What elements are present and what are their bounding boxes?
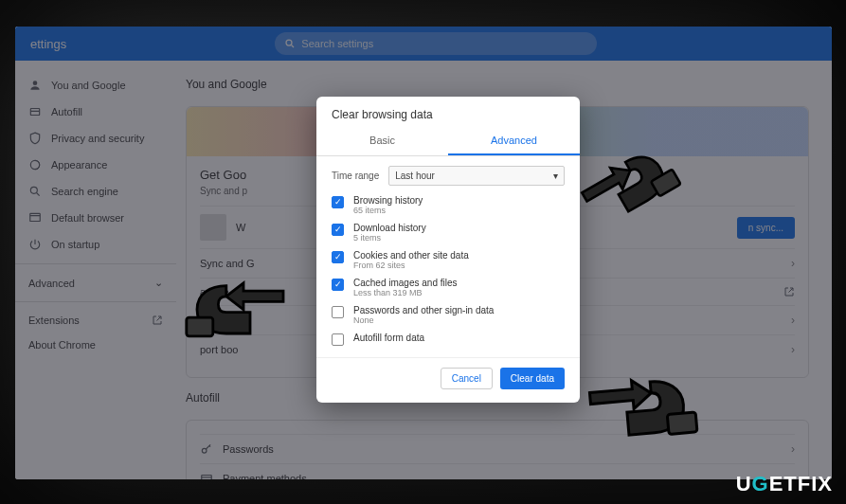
chevron-right-icon: ›	[791, 442, 795, 456]
top-bar: ettings Search settings	[15, 27, 832, 61]
svg-point-0	[286, 40, 292, 45]
sidebar-item-you-and-google[interactable]: You and Google	[15, 72, 176, 99]
chrome-name-label: hrome nar	[200, 315, 247, 326]
clear-data-button[interactable]: Clear data	[500, 368, 565, 389]
checkbox[interactable]: ✓	[332, 279, 344, 291]
sidebar-label: On startup	[51, 239, 99, 250]
card-icon	[200, 472, 213, 479]
time-range-label: Time range	[332, 171, 379, 181]
dialog-body: Time range Last hour ▾ ✓Browsing history…	[316, 156, 580, 357]
sidebar-label: Appearance	[51, 159, 107, 171]
checkbox-text: Browsing history65 items	[353, 195, 565, 215]
search-settings-input[interactable]: Search settings	[275, 32, 597, 55]
clear-browsing-data-dialog: Clear browsing data Basic Advanced Time …	[316, 97, 580, 403]
checkbox-label: Autofill form data	[353, 333, 565, 343]
checkbox-text: Cookies and other site dataFrom 62 sites	[353, 250, 565, 270]
external-link-icon	[152, 315, 163, 326]
checkbox-row: ✓Cached images and filesLess than 319 MB	[332, 278, 565, 297]
sidebar-label: Search engine	[51, 186, 118, 197]
chevron-right-icon: ›	[791, 314, 795, 327]
manage-label: anage yo	[200, 286, 243, 297]
checkbox-row: Autofill form data	[332, 333, 565, 346]
row-label: Passwords	[223, 443, 274, 455]
person-icon	[28, 79, 42, 92]
settings-title: ettings	[30, 37, 66, 51]
watermark-g: G	[752, 472, 769, 495]
checkbox-label: Browsing history	[353, 195, 565, 206]
section-title-you-google: You and Google	[186, 78, 832, 91]
checkbox-row: ✓Cookies and other site dataFrom 62 site…	[332, 250, 565, 270]
checkbox-sublabel: 65 items	[353, 206, 565, 215]
chevron-right-icon: ›	[791, 257, 795, 270]
checkmark-icon: ✓	[334, 280, 342, 289]
checkmark-icon: ✓	[334, 225, 342, 234]
tab-advanced[interactable]: Advanced	[448, 127, 580, 155]
divider	[15, 263, 176, 264]
payment-row[interactable]: Payment methods›	[200, 463, 795, 479]
passwords-row[interactable]: Passwords›	[200, 434, 795, 463]
sidebar-item-search-engine[interactable]: Search engine	[15, 178, 176, 205]
cancel-button[interactable]: Cancel	[441, 368, 493, 389]
time-range-select[interactable]: Last hour ▾	[388, 166, 565, 186]
checkbox-label: Download history	[353, 223, 565, 233]
shield-icon	[28, 132, 42, 145]
svg-point-2	[33, 81, 38, 85]
checkbox-row: ✓Download history5 items	[332, 223, 565, 243]
extensions-label: Extensions	[28, 315, 80, 326]
checkbox-sublabel: 5 items	[353, 233, 565, 243]
checkbox-label: Cached images and files	[353, 278, 565, 288]
sidebar-item-privacy[interactable]: Privacy and security	[15, 125, 176, 152]
checkbox[interactable]: ✓	[332, 224, 344, 236]
chevron-down-icon: ⌄	[154, 277, 163, 289]
checkbox-row: Passwords and other sign-in dataNone	[332, 305, 565, 325]
settings-sidebar: You and Google Autofill Privacy and secu…	[15, 61, 176, 479]
checkbox[interactable]: ✓	[332, 196, 344, 208]
watermark-rest: ETFIX	[769, 472, 833, 495]
checkbox[interactable]	[332, 306, 344, 318]
checkbox[interactable]: ✓	[332, 251, 344, 263]
sidebar-item-on-startup[interactable]: On startup	[15, 231, 176, 258]
checkbox-label: Passwords and other sign-in data	[353, 305, 565, 315]
import-label: port boo	[200, 344, 238, 355]
checkbox-sublabel: Less than 319 MB	[353, 288, 565, 297]
external-link-icon	[783, 286, 795, 297]
svg-point-10	[202, 448, 207, 453]
svg-point-6	[30, 187, 37, 193]
svg-line-7	[37, 193, 40, 196]
sidebar-advanced-toggle[interactable]: Advanced⌄	[15, 270, 176, 296]
svg-rect-8	[30, 213, 41, 221]
checkbox[interactable]	[332, 333, 344, 346]
sidebar-label: Default browser	[51, 212, 124, 224]
sync-row-label: W	[236, 222, 245, 233]
power-icon	[28, 238, 42, 251]
divider	[15, 301, 176, 302]
sync-and-label: Sync and G	[200, 258, 254, 269]
dialog-tabs: Basic Advanced	[316, 127, 580, 156]
sidebar-item-autofill[interactable]: Autofill	[15, 99, 176, 125]
watermark-u: U	[736, 472, 752, 495]
appearance-icon	[28, 158, 42, 171]
watermark-ugetfix: UGETFIX	[736, 472, 833, 496]
time-range-value: Last hour	[395, 171, 435, 181]
sidebar-item-default-browser[interactable]: Default browser	[15, 205, 176, 231]
sidebar-extensions[interactable]: Extensions	[15, 308, 176, 333]
sidebar-item-appearance[interactable]: Appearance	[15, 152, 176, 178]
search-engine-icon	[28, 185, 42, 198]
checkbox-text: Cached images and filesLess than 319 MB	[353, 278, 565, 297]
dialog-footer: Cancel Clear data	[316, 357, 580, 403]
checkbox-label: Cookies and other site data	[353, 250, 565, 261]
sidebar-label: Privacy and security	[51, 133, 144, 144]
chevron-right-icon: ›	[791, 343, 795, 356]
row-label: Payment methods	[223, 473, 307, 479]
sidebar-about-chrome[interactable]: About Chrome	[15, 333, 176, 357]
browser-icon	[28, 211, 42, 225]
autofill-card: Passwords› Payment methods› Addresses an…	[186, 420, 809, 479]
sidebar-label: You and Google	[51, 80, 126, 91]
avatar	[200, 214, 226, 241]
autofill-icon	[28, 105, 42, 118]
checkbox-sublabel: From 62 sites	[353, 261, 565, 270]
checkbox-sublabel: None	[353, 315, 565, 325]
turn-on-sync-button[interactable]: n sync...	[737, 217, 795, 239]
dialog-title: Clear browsing data	[316, 97, 580, 127]
tab-basic[interactable]: Basic	[316, 127, 448, 155]
